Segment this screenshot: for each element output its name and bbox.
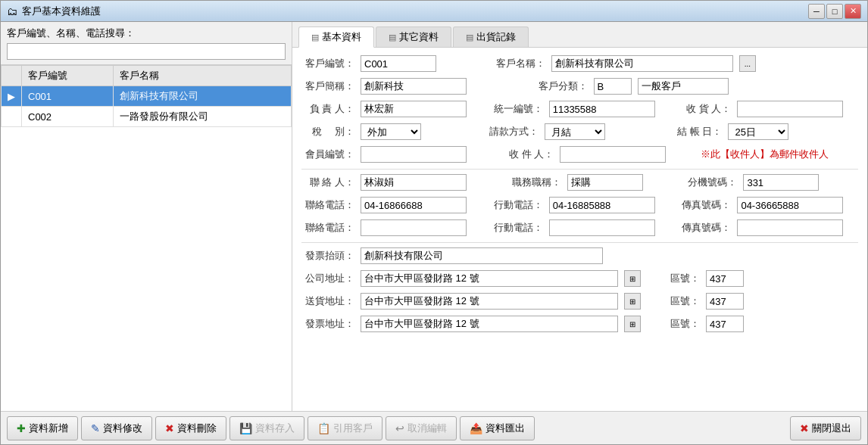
table-row[interactable]: ▶ C001 創新科技有限公司 — [2, 86, 292, 107]
label-receiver: 收 貨 人： — [678, 102, 731, 116]
label-fax2: 傳真號碼： — [678, 221, 731, 235]
export-button[interactable]: 📤 資料匯出 — [460, 416, 535, 440]
main-window: 🗂 客戶基本資料維護 ─ □ ✕ 客戶編號、名稱、電話搜尋： 客戶編號 — [0, 0, 868, 445]
title-bar-left: 🗂 客戶基本資料維護 — [7, 5, 101, 18]
label-nickname: 客戶簡稱： — [301, 79, 354, 93]
select-tax-type[interactable]: 外加 — [361, 123, 421, 140]
input-fax[interactable] — [737, 197, 843, 213]
select-closing-day[interactable]: 25日 — [728, 123, 788, 140]
customer-table: 客戶編號 客戶名稱 ▶ C001 創新科技有限公司 C002 — [1, 65, 292, 411]
label-delivery: 送貨地址： — [301, 294, 354, 308]
input-ext[interactable] — [743, 174, 819, 191]
form-row-contact: 負 責 人： 統一編號： 收 貨 人： — [301, 101, 858, 117]
customer-id-cell: C002 — [22, 107, 114, 127]
close-window-button[interactable]: ✕ — [845, 4, 861, 19]
label-mobile: 行動電話： — [490, 198, 543, 212]
delete-label: 資料刪除 — [177, 422, 217, 435]
input-delivery[interactable] — [361, 293, 618, 310]
input-delivery-zone[interactable] — [706, 293, 744, 310]
add-label: 資料新增 — [29, 422, 68, 435]
close-icon: ✖ — [800, 422, 809, 434]
tab-icon-other: ▤ — [389, 33, 396, 42]
input-tax-id[interactable] — [549, 101, 655, 117]
input-fax2[interactable] — [737, 219, 843, 236]
input-address-zone[interactable] — [706, 270, 744, 287]
label-position: 職務職稱： — [508, 176, 561, 189]
save-button[interactable]: 💾 資料存入 — [229, 416, 304, 440]
table-row[interactable]: C002 一路發股份有限公司 — [2, 107, 292, 127]
form-row-phone1: 聯絡電話： 行動電話： 傳真號碼： — [301, 197, 858, 213]
save-icon: 💾 — [239, 422, 252, 434]
restore-button[interactable]: □ — [826, 4, 843, 19]
form-row-delivery: 送貨地址： ⊞ 區號： — [301, 293, 858, 310]
content-area: 客戶編號、名稱、電話搜尋： 客戶編號 客戶名稱 ▶ — [1, 22, 867, 411]
label-mobile2: 行動電話： — [490, 221, 543, 235]
label-contact: 負 責 人： — [301, 102, 354, 116]
input-mobile[interactable] — [549, 197, 655, 213]
input-phone2[interactable] — [361, 219, 467, 236]
divider-2 — [301, 242, 858, 243]
label-delivery-zone: 區號： — [647, 294, 700, 308]
tab-icon-basic: ▤ — [311, 33, 319, 42]
save-label: 資料存入 — [255, 422, 295, 435]
edit-button[interactable]: ✎ 資料修改 — [81, 416, 152, 440]
label-invoice-addr: 發票地址： — [301, 317, 354, 331]
invoice-addr-grid-button[interactable]: ⊞ — [624, 316, 641, 332]
input-contact-person[interactable] — [361, 174, 467, 191]
form-row-contact-person: 聯 絡 人： 職務職稱： 分機號碼： — [301, 174, 858, 191]
cancel-button[interactable]: ↩ 取消編輯 — [386, 416, 457, 440]
title-bar: 🗂 客戶基本資料維護 ─ □ ✕ — [1, 1, 867, 22]
input-invoice-title[interactable] — [361, 247, 603, 264]
toolbar: ✚ 資料新增 ✎ 資料修改 ✖ 資料刪除 💾 資料存入 📋 引用客戶 ↩ 取消編… — [1, 411, 867, 444]
customer-id-cell: C001 — [22, 86, 114, 107]
delivery-grid-button[interactable]: ⊞ — [624, 293, 641, 310]
input-phone1[interactable] — [361, 197, 467, 213]
tabs-bar: ▤ 基本資料 ▤ 其它資料 ▤ 出貨記錄 — [292, 22, 867, 48]
label-phone1: 聯絡電話： — [301, 198, 354, 212]
tab-other-info[interactable]: ▤ 其它資料 — [376, 26, 451, 47]
window-icon: 🗂 — [7, 5, 17, 17]
input-category-type[interactable] — [638, 78, 729, 95]
tab-shipping-records[interactable]: ▤ 出貨記錄 — [453, 26, 529, 47]
input-recipient[interactable] — [560, 146, 666, 163]
form-row-invoice-title: 發票抬頭： — [301, 247, 858, 264]
add-button[interactable]: ✚ 資料新增 — [7, 416, 78, 440]
input-position[interactable] — [567, 174, 643, 191]
input-invoice-addr-zone[interactable] — [706, 316, 744, 332]
input-customer-id[interactable] — [361, 55, 436, 72]
label-fax: 傳真號碼： — [678, 198, 731, 212]
input-contact[interactable] — [361, 101, 467, 117]
tab-icon-shipping: ▤ — [466, 33, 473, 42]
input-customer-name[interactable] — [551, 55, 733, 72]
search-bar: 客戶編號、名稱、電話搜尋： — [1, 22, 292, 65]
label-payment: 請款方式： — [486, 125, 539, 138]
table-indicator-header — [2, 66, 22, 86]
right-panel: ▤ 基本資料 ▤ 其它資料 ▤ 出貨記錄 客戶編號： — [292, 22, 867, 411]
label-address-zone: 區號： — [647, 272, 700, 285]
form-row-member: 會員編號： 收 件 人： ※此【收件人】為郵件收件人 — [301, 146, 858, 163]
label-customer-name: 客戶名稱： — [492, 57, 545, 70]
input-nickname[interactable] — [361, 78, 467, 95]
table-header-id: 客戶編號 — [22, 66, 114, 86]
select-payment[interactable]: 月結 — [545, 123, 605, 140]
row-indicator: ▶ — [2, 86, 22, 107]
input-member-id[interactable] — [361, 146, 467, 163]
label-tax-type: 稅 別： — [301, 125, 354, 138]
recipient-note: ※此【收件人】為郵件收件人 — [701, 148, 829, 161]
input-receiver[interactable] — [737, 101, 843, 117]
input-mobile2[interactable] — [549, 219, 655, 236]
input-category-value[interactable] — [594, 78, 632, 95]
import-button[interactable]: 📋 引用客戶 — [308, 416, 382, 440]
customer-name-browse-button[interactable]: ... — [739, 55, 756, 72]
input-address[interactable] — [361, 270, 618, 287]
delete-button[interactable]: ✖ 資料刪除 — [155, 416, 226, 440]
close-button[interactable]: ✖ 關閉退出 — [790, 416, 861, 440]
address-grid-button[interactable]: ⊞ — [624, 270, 641, 287]
cancel-icon: ↩ — [395, 422, 404, 434]
minimize-button[interactable]: ─ — [808, 4, 825, 19]
input-invoice-addr[interactable] — [361, 316, 618, 332]
tab-basic-info[interactable]: ▤ 基本資料 — [298, 26, 374, 48]
search-input[interactable] — [7, 43, 286, 60]
edit-icon: ✎ — [91, 422, 100, 434]
label-invoice-addr-zone: 區號： — [647, 317, 700, 331]
